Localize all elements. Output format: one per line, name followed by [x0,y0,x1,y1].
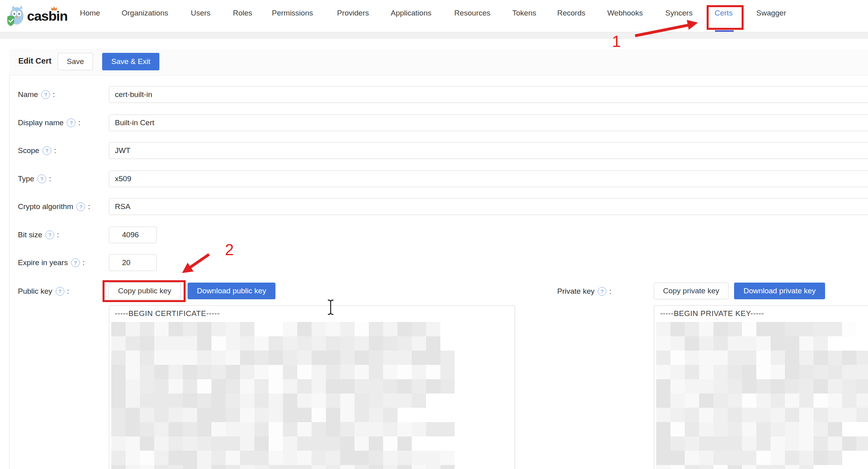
nav-item-providers[interactable]: Providers [337,9,369,17]
help-icon[interactable]: ? [76,202,85,211]
casdoor-edit-cert-page: { "nav": { "logo_text": "casbin", "items… [0,0,868,469]
bit-size-input[interactable] [109,227,157,243]
mosaic-cell [397,436,412,451]
mosaic-cell [685,365,699,379]
help-icon[interactable]: ? [45,231,54,239]
expire-years-label: Expire in years ?: [18,254,85,271]
mosaic-cell [355,436,369,451]
mosaic-cell [383,322,397,336]
mosaic-cell [269,422,283,436]
mosaic-cell [312,379,326,393]
nav-item-applications[interactable]: Applications [391,9,431,17]
save-exit-button-label: Save & Exit [111,57,150,66]
mosaic-cell [126,393,140,408]
mosaic-cell [126,351,140,365]
nav-item-home[interactable]: Home [80,9,100,17]
mosaic-cell [240,408,254,422]
name-input[interactable] [109,86,868,103]
private-key-label: Private key ?: [557,283,611,300]
nav-item-roles[interactable]: Roles [233,9,252,17]
mosaic-cell [126,322,140,336]
mosaic-cell [728,393,742,408]
nav-item-swagger[interactable]: Swagger [756,9,786,17]
mosaic-cell [169,422,183,436]
mosaic-cell [814,365,828,379]
help-icon[interactable]: ? [56,287,64,296]
mosaic-cell [699,436,713,451]
mosaic-cell [226,451,240,465]
help-icon[interactable]: ? [43,146,51,155]
mosaic-cell [111,351,126,365]
copy-private-key-button[interactable]: Copy private key [654,283,728,299]
nav-item-users[interactable]: Users [191,9,211,17]
casbin-logo[interactable]: casbin [6,5,68,27]
nav-item-organizations[interactable]: Organizations [122,9,168,17]
help-icon[interactable]: ? [71,258,80,267]
nav-item-resources[interactable]: Resources [454,9,490,17]
save-button[interactable]: Save [58,53,93,70]
mosaic-cell [814,336,828,351]
mosaic-cell [140,322,154,336]
mosaic-cell [383,465,397,469]
mosaic-cell [856,393,868,408]
mosaic-cell [169,393,183,408]
mosaic-cell [771,451,785,465]
help-icon[interactable]: ? [598,287,606,296]
nav-item-permissions[interactable]: Permissions [272,9,313,17]
mosaic-cell [397,322,412,336]
mosaic-cell [656,436,670,451]
nav-item-tokens[interactable]: Tokens [512,9,536,17]
mosaic-cell [426,422,440,436]
mosaic-cell [269,436,283,451]
mosaic-cell [154,336,169,351]
name-label: Name ?: [18,86,55,103]
nav-item-certs[interactable]: Certs [715,9,732,17]
download-public-key-button[interactable]: Download public key [188,283,275,299]
nav-item-records[interactable]: Records [557,9,585,17]
mosaic-cell [742,422,756,436]
mosaic-cell [756,322,771,336]
expire-years-input[interactable] [109,254,157,271]
mosaic-cell [183,379,197,393]
mosaic-cell [685,393,699,408]
mosaic-cell [226,408,240,422]
mosaic-cell [254,451,269,465]
mosaic-cell [355,393,369,408]
mosaic-cell [283,451,297,465]
save-exit-button[interactable]: Save & Exit [102,53,159,70]
mosaic-cell [713,322,728,336]
scope-input[interactable] [109,142,868,159]
mosaic-cell [426,351,440,365]
mosaic-cell [283,436,297,451]
mosaic-cell [771,351,785,365]
mosaic-cell [154,436,169,451]
mosaic-cell [111,336,126,351]
label-colon: : [49,174,51,183]
mosaic-cell [355,379,369,393]
mosaic-cell [211,465,226,469]
mosaic-cell [670,336,685,351]
label-colon: : [57,231,59,239]
mosaic-cell [799,451,814,465]
help-icon[interactable]: ? [37,174,46,183]
mosaic-cell [312,393,326,408]
mosaic-cell [154,379,169,393]
mosaic-cell [670,465,685,469]
download-private-key-button[interactable]: Download private key [734,283,825,299]
mosaic-cell [340,393,355,408]
mosaic-cell [828,379,842,393]
mosaic-cell [440,422,455,436]
crypto-algorithm-input[interactable] [109,198,868,215]
nav-item-syncers[interactable]: Syncers [665,9,693,17]
mosaic-cell [240,451,254,465]
type-input[interactable] [109,171,868,187]
mosaic-cell [713,365,728,379]
copy-public-key-button[interactable]: Copy public key [108,283,181,299]
nav-item-webhooks[interactable]: Webhooks [607,9,643,17]
help-icon[interactable]: ? [41,90,50,99]
display-name-label: Display name ?: [18,114,80,131]
mosaic-cell [183,322,197,336]
display-name-input[interactable] [109,114,868,131]
mosaic-cell [656,465,670,469]
help-icon[interactable]: ? [67,118,76,127]
